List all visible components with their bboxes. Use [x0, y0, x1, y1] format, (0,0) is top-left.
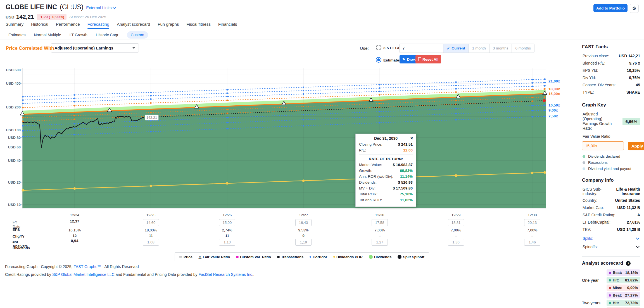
eps-input[interactable]: 17,58: [372, 219, 388, 226]
chart-legend: Price△Fair Value RatioCustom Val. RatioT…: [175, 252, 429, 261]
subtab-lt-growth[interactable]: LT Growth: [70, 33, 87, 37]
pencil-icon: ✎: [402, 57, 405, 61]
eps-value[interactable]: 18,81: [431, 219, 481, 226]
legend-item-dividends[interactable]: Dividends: [369, 255, 391, 259]
legend-item-custom-val-ratio[interactable]: Custom Val. Ratio: [236, 255, 271, 259]
subtab-custom[interactable]: Custom: [127, 31, 148, 39]
transactions-dot-icon: [277, 256, 280, 258]
eps-value[interactable]: 14,60: [126, 219, 176, 226]
tab-fun-graphs[interactable]: Fun graphs: [158, 22, 179, 29]
info-icon[interactable]: i: [626, 261, 631, 266]
dividend-input[interactable]: 1,27: [372, 239, 388, 246]
chevron-down-icon: [636, 245, 640, 248]
eps-value[interactable]: 20,13: [507, 219, 557, 226]
period-1-month[interactable]: 1 month: [469, 44, 489, 53]
lt-growth-radio[interactable]: [376, 45, 381, 50]
dividend-input[interactable]: 1,36: [448, 239, 464, 246]
eps-input[interactable]: 20,13: [524, 219, 540, 226]
eps-input[interactable]: 18,81: [448, 219, 464, 226]
tooltip-row-market-value: Market Value:$ 16.982,87: [359, 163, 413, 167]
scorecard-groups: One yearBeat:18,18%Hit:81,82%Miss:0,00%T…: [582, 269, 640, 308]
apply-button[interactable]: Apply: [628, 142, 644, 150]
reset-all-button[interactable]: Reset All: [415, 55, 441, 63]
external-links-button[interactable]: External Links: [86, 6, 116, 10]
tab-fiscal-fitness[interactable]: Fiscal fitness: [186, 22, 211, 29]
draw-button-label: Draw: [407, 57, 416, 61]
legend-item-price[interactable]: Price: [179, 255, 193, 259]
period-3-months[interactable]: 3 months: [489, 44, 512, 53]
growth-rate-input[interactable]: [399, 44, 445, 53]
legend-item-transactions[interactable]: Transactions: [277, 255, 303, 259]
close-icon[interactable]: ✕: [410, 136, 413, 140]
company-info-s-p-credit-rating: S&P Credit Rating:A: [582, 213, 640, 218]
dividend-value[interactable]: 1,27: [355, 239, 405, 246]
legend-item-split-spinoff[interactable]: Split Spinoff: [398, 255, 424, 259]
company-link-spinoffs[interactable]: Spinoffs:: [582, 245, 640, 249]
dividend-input[interactable]: 1,13: [219, 239, 235, 246]
eps-input[interactable]: 14,60: [143, 219, 159, 226]
tab-financials[interactable]: Financials: [218, 22, 237, 29]
legend-item-fair-value-ratio[interactable]: △Fair Value Ratio: [199, 255, 230, 259]
eps-value[interactable]: 17,58: [355, 219, 405, 226]
dividend-input[interactable]: 1,19: [295, 239, 312, 246]
tab-analyst-scorecard[interactable]: Analyst scorecard: [117, 22, 150, 29]
add-to-portfolio-button[interactable]: Add to Portfolio: [593, 4, 628, 12]
metric-dropdown[interactable]: Adjusted (Operating) Earnings: [51, 43, 139, 53]
dividend-value[interactable]: 1,46: [507, 239, 557, 246]
period-6-months[interactable]: 6 months: [512, 44, 534, 53]
estimates-radio[interactable]: [376, 57, 381, 63]
eps-value[interactable]: 16,43: [278, 219, 329, 226]
dividend-value[interactable]: 1,36: [431, 239, 481, 246]
dividend-input[interactable]: 1,08: [143, 239, 159, 246]
subtab-estimates[interactable]: Estimates: [8, 33, 25, 37]
currency-label: USD: [6, 15, 15, 19]
eps-input[interactable]: 15,00: [219, 219, 235, 226]
legend-item-dividends-por[interactable]: Dividends POR: [333, 255, 363, 259]
tab-historical[interactable]: Historical: [31, 22, 48, 29]
tab-summary[interactable]: Summary: [6, 22, 23, 29]
forecast-chart[interactable]: USD 600USD 400USD 200USD 100USD 80USD 60…: [0, 66, 562, 211]
dividend-value[interactable]: 1,08: [126, 239, 176, 246]
dividend-input[interactable]: 1,46: [524, 239, 540, 246]
scorecard-hit-badge: Hit:72,73%: [607, 300, 640, 306]
period-current[interactable]: ✓Current: [443, 44, 469, 53]
tooltip-row-label: MV + Div:: [359, 186, 376, 190]
dividends-dot-icon: [369, 255, 373, 259]
fair-value-ratio-input[interactable]: [582, 141, 624, 150]
period-label: 1 month: [472, 46, 486, 50]
fast-fact-label: Div Yld:: [583, 75, 596, 80]
eps-input[interactable]: 16,43: [295, 219, 312, 226]
subtab-normal-multiple[interactable]: Normal Multiple: [34, 33, 61, 37]
fast-fact-type: TYPE:SHARE: [582, 90, 640, 95]
svg-text:USD 100: USD 100: [6, 128, 21, 132]
fast-fact-label: Previous close:: [583, 54, 609, 58]
hit-dot-icon: [609, 302, 611, 304]
check-icon: ✓: [447, 46, 450, 51]
company-link-splits[interactable]: Splits:: [582, 236, 640, 241]
graph-key-label: Recessions: [588, 160, 608, 165]
graph-key-recessions: Recessions: [582, 160, 640, 165]
ticker-symbol: (GL:US): [60, 3, 83, 11]
fast-fact-value: 10,25%: [627, 68, 640, 73]
svg-text:USD 60: USD 60: [8, 145, 21, 149]
split-spinoff-dot-icon: [398, 255, 401, 259]
eps-value[interactable]: 15,00: [202, 219, 252, 226]
tooltip-date: Dec 31, 2030: [374, 136, 398, 141]
subtab-historic-cagr[interactable]: Historic Cagr: [96, 33, 118, 37]
settings-button[interactable]: ⚙: [630, 4, 639, 13]
fast-graphs-link[interactable]: FAST Graphs™: [73, 264, 101, 269]
factset-link[interactable]: FactSet Research Systems Inc.: [198, 272, 253, 277]
tooltip-divider: [359, 155, 413, 155]
badge-value: 0,00%: [627, 286, 638, 290]
tooltip-row-value: 12,00: [403, 148, 413, 152]
company-info-value: 27,61%: [627, 220, 640, 224]
dividend-value[interactable]: 1,13: [202, 239, 252, 246]
legend-item-corridor[interactable]: Corridor: [310, 255, 327, 259]
sp-global-link[interactable]: S&P Global Market Intelligence LLC: [52, 272, 115, 277]
svg-text:USD 80: USD 80: [8, 136, 21, 140]
tab-performance[interactable]: Performance: [56, 22, 80, 29]
fast-fact-value: 45: [636, 83, 640, 87]
tab-forecasting[interactable]: Forecasting: [87, 22, 109, 29]
reset-all-button-label: Reset All: [422, 57, 438, 61]
dividend-value[interactable]: 1,19: [278, 239, 329, 246]
